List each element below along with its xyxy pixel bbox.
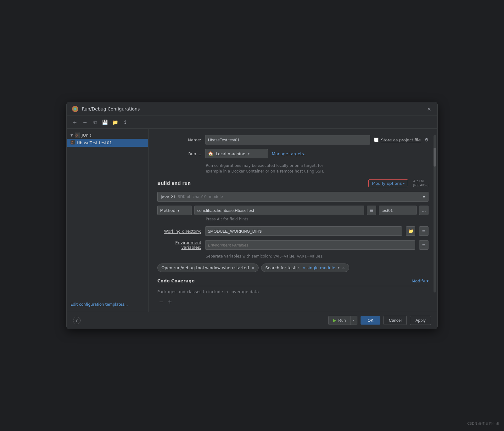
sort-icon: ↕ <box>123 119 127 125</box>
chip1-label: Open run/debug tool window when started <box>161 265 249 270</box>
test-name-input[interactable] <box>379 206 417 215</box>
run-target-dropdown[interactable]: 🏠 Local machine ▾ <box>205 149 268 158</box>
sort-config-button[interactable]: ↕ <box>121 118 130 127</box>
run-dropdown-button[interactable]: ▾ <box>350 316 357 325</box>
env-vars-edit-button[interactable]: ≡ <box>419 240 428 250</box>
chip-row: Open run/debug tool window when started … <box>157 264 428 272</box>
help-button[interactable]: ? <box>73 317 81 324</box>
watermark: CSDN @李昊哲小课 <box>467 421 499 426</box>
junit-group[interactable]: ▼ ⬡ JUnit <box>67 131 148 139</box>
env-vars-label: Environment variables: <box>157 240 201 250</box>
class-browse-button[interactable]: ≡ <box>367 206 376 215</box>
home-icon: 🏠 <box>208 151 213 156</box>
chevron-down-icon: ▾ <box>353 319 355 322</box>
working-dir-label: Working directory: <box>157 229 201 234</box>
ok-button[interactable]: OK <box>361 316 380 325</box>
svg-text:⬡: ⬡ <box>76 134 78 137</box>
env-vars-row: Environment variables: ≡ <box>157 240 428 250</box>
ellipsis-icon: … <box>422 208 426 213</box>
working-dir-vars-button[interactable]: ≡ <box>419 226 428 236</box>
sidebar-item-hbasetest[interactable]: ⬡ HbaseTest.test01 <box>67 139 148 147</box>
run-label: Run ... <box>157 151 201 156</box>
name-label: Name: <box>157 138 201 142</box>
toolbar: + − ⧉ 💾 📁 ↕ <box>67 116 437 129</box>
app-icon <box>72 105 79 112</box>
method-dropdown[interactable]: Method ▾ <box>157 206 192 215</box>
chevron-down-icon: ▼ <box>70 133 73 137</box>
alt-m-shortcut: Alt+M <box>413 179 428 183</box>
sidebar-item-label: HbaseTest.test01 <box>77 140 112 145</box>
copy-config-button[interactable]: ⧉ <box>91 118 99 127</box>
save-config-button[interactable]: 💾 <box>101 118 109 127</box>
close-button[interactable]: × <box>426 106 432 112</box>
chip2-value[interactable]: In single module <box>301 265 335 270</box>
sdk-module-label: SDK of 'chap10' module <box>178 195 223 199</box>
run-button[interactable]: ▶ Run <box>329 316 350 325</box>
chip1-remove-button[interactable]: × <box>251 266 255 270</box>
main-body: ▼ ⬡ JUnit ⬡ HbaseTest.test01 <box>67 129 437 312</box>
modify-options-label: Modify options <box>372 181 402 186</box>
remove-config-button[interactable]: − <box>81 118 89 127</box>
chip2-chevron-icon[interactable]: ▾ <box>338 266 339 269</box>
chevron-down-icon: ▾ <box>177 208 180 213</box>
run-target-label: Local machine <box>216 151 245 156</box>
chip2-remove-button[interactable]: × <box>342 266 345 270</box>
apply-button[interactable]: Apply <box>410 316 431 325</box>
edit-icon: ≡ <box>422 242 426 247</box>
plus-icon: + <box>168 299 172 305</box>
field-hint: Press Alt for field hints <box>206 217 428 221</box>
build-run-section-header: Build and run Modify options ▾ Alt+M JRE… <box>157 179 428 187</box>
junit-group-label: JUnit <box>82 133 91 138</box>
add-config-button[interactable]: + <box>70 118 79 127</box>
chevron-down-icon: ▾ <box>423 195 425 199</box>
svg-text:⬡: ⬡ <box>71 141 74 144</box>
jre-shortcut: JRE Alt+J <box>413 183 428 187</box>
chevron-down-icon: ▾ <box>248 152 249 156</box>
name-row: Name: Store as project file ⚙ <box>157 135 428 145</box>
browse-icon: ≡ <box>370 208 373 213</box>
code-coverage-section: Code Coverage Modify ▾ Packages and clas… <box>157 278 428 305</box>
title-bar: Run/Debug Configurations × <box>67 102 437 116</box>
working-dir-row: Working directory: 📁 ≡ <box>157 226 428 236</box>
config-icon: ⬡ <box>70 140 75 145</box>
env-vars-hint: Separate variables with semicolon: VAR=v… <box>206 254 428 258</box>
name-input[interactable] <box>205 135 370 145</box>
run-triangle-icon: ▶ <box>333 318 336 323</box>
coverage-remove-button[interactable]: − <box>157 298 165 305</box>
run-debug-dialog: Run/Debug Configurations × + − ⧉ 💾 📁 ↕ ▼ <box>66 102 438 329</box>
save-icon: 💾 <box>102 119 108 125</box>
content-area: Name: Store as project file ⚙ Run ... 🏠 … <box>148 129 437 312</box>
store-checkbox[interactable] <box>374 138 378 142</box>
scrollbar[interactable] <box>434 135 436 292</box>
coverage-modify-button[interactable]: Modify ▾ <box>412 279 428 283</box>
store-label: Store as project file <box>381 138 421 142</box>
scrollbar-thumb[interactable] <box>434 148 436 167</box>
run-tool-window-chip: Open run/debug tool window when started … <box>157 264 259 272</box>
java-sdk-dropdown[interactable]: java 21 SDK of 'chap10' module ▾ <box>157 192 428 202</box>
working-dir-input[interactable] <box>205 226 402 236</box>
coverage-toolbar: − + <box>157 298 428 305</box>
chip2-label: Search for tests: <box>265 265 299 270</box>
code-coverage-header: Code Coverage Modify ▾ <box>157 278 428 286</box>
vars-icon: ≡ <box>422 229 426 234</box>
edit-config-templates-link[interactable]: Edit configuration templates... <box>67 300 148 309</box>
search-for-tests-chip: Search for tests: In single module ▾ × <box>261 264 349 272</box>
coverage-add-button[interactable]: + <box>166 298 174 305</box>
cancel-button[interactable]: Cancel <box>384 316 407 325</box>
more-options-button[interactable]: … <box>419 206 428 215</box>
env-vars-input[interactable] <box>205 240 415 250</box>
class-input[interactable] <box>194 206 364 215</box>
java-version-label: java 21 <box>161 195 176 199</box>
modify-label: Modify <box>412 279 425 283</box>
coverage-description: Packages and classes to include in cover… <box>157 289 428 294</box>
modify-options-button[interactable]: Modify options ▾ <box>368 179 408 187</box>
gear-icon[interactable]: ⚙ <box>424 137 428 142</box>
manage-targets-link[interactable]: Manage targets... <box>272 151 308 156</box>
run-row: Run ... 🏠 Local machine ▾ Manage targets… <box>157 149 428 158</box>
working-dir-folder-button[interactable]: 📁 <box>406 226 415 236</box>
run-label: Run <box>338 318 346 323</box>
method-label: Method <box>160 208 176 213</box>
build-run-title: Build and run <box>157 181 191 186</box>
folder-config-button[interactable]: 📁 <box>111 118 120 127</box>
dialog-title: Run/Debug Configurations <box>82 106 423 111</box>
